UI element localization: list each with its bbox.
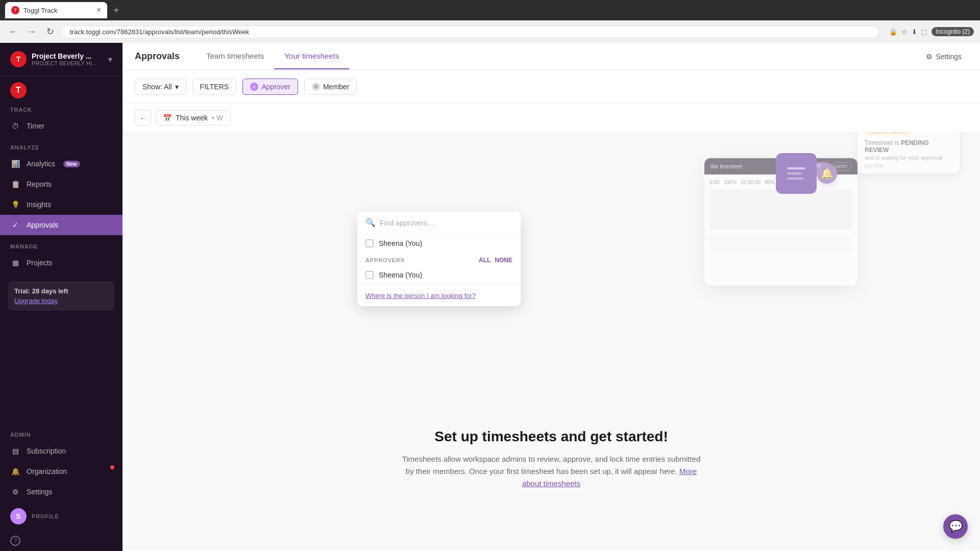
app-container: T Project Beverly ... PROJECT BEVERLY HI… [0,43,980,551]
admin-section-label: ADMIN [0,423,122,441]
profile-label: PROFILE [32,513,59,519]
reports-label: Reports [27,180,52,188]
sidebar-item-timer[interactable]: ⏱ Timer [0,116,122,136]
approver-label: Approver [261,83,290,91]
member-button[interactable]: M Member [304,79,357,95]
workspace-header[interactable]: T Project Beverly ... PROJECT BEVERLY HI… [0,43,122,76]
topbar-tabs: Team timesheets Your timesheets [196,43,349,69]
approver-name: Sheena (You) [379,271,422,279]
browser-titlebar: T Toggl Track × + [0,0,980,20]
analytics-icon: 📊 [10,159,20,169]
filter-bar: Show: All ▾ FILTERS A Approver M Member [122,70,980,104]
approver-button[interactable]: A Approver [242,79,298,95]
show-button[interactable]: Show: All ▾ [135,79,186,95]
pending-badge: PENDING REVIEW [865,133,911,135]
week-display[interactable]: 📅 This week • W [155,110,231,126]
dropdown-user-item[interactable]: Sheena (You) [357,234,521,253]
browser-actions: 🔒 ☆ ⬇ ⬚ Incognito (2) [889,27,974,36]
address-bar[interactable]: track.toggl.com/7862831/approvals/list/t… [61,26,879,38]
filters-label: FILTERS [200,83,229,91]
analytics-new-badge: New [63,161,80,167]
workspace-info: Project Beverly ... PROJECT BEVERLY HI..… [32,52,96,66]
toggl-logo: T [10,82,27,98]
profile-item[interactable]: S PROFILE [0,502,122,531]
main-content: Approvals Team timesheets Your timesheet… [122,43,980,551]
filters-button[interactable]: FILTERS [192,79,237,95]
approver-search-input[interactable] [380,219,512,227]
analyze-section-label: ANALYZE [0,136,122,154]
user-name: Sheena (You) [379,239,422,247]
sidebar-item-help[interactable]: ? [0,531,122,551]
notification-text: Timesheet is [865,139,901,146]
show-chevron-icon: ▾ [175,83,179,91]
tab-team-timesheets[interactable]: Team timesheets [196,43,274,69]
calendar-icon: 📅 [163,114,172,122]
projects-label: Projects [27,259,53,267]
settings-button[interactable]: ⚙ Settings [920,48,968,65]
sidebar-settings-icon: ⚙ [10,487,20,497]
bell-notification-icon: 🔔 [817,163,837,184]
tab-your-timesheets[interactable]: Your timesheets [274,43,349,69]
organization-label: Organization [27,467,67,475]
upgrade-link[interactable]: Upgrade today [14,297,58,305]
settings-gear-icon: ⚙ [926,53,933,61]
sidebar-item-insights[interactable]: 💡 Insights [0,194,122,215]
week-suffix: • W [212,114,223,122]
chat-button[interactable]: 💬 [943,514,968,539]
cta-description: Timesheets allow workspace admins to rev… [398,453,704,490]
sidebar-item-approvals[interactable]: ✓ Approvals [0,215,122,235]
sidebar: T Project Beverly ... PROJECT BEVERLY HI… [0,43,122,551]
help-icon: ? [10,536,20,546]
week-label: This week [176,114,208,122]
none-action[interactable]: NONE [495,257,512,264]
avatar: S [10,508,27,524]
sidebar-item-organization[interactable]: 🔔 Organization [0,461,122,482]
forward-button[interactable]: → [24,24,39,39]
devices-icon[interactable]: ⬚ [921,28,927,36]
list-preview-card [776,153,817,194]
browser-tab[interactable]: T Toggl Track × [5,2,107,18]
dropdown-footer: Where is the person I am looking for? [357,284,521,306]
notification-time: just now [865,163,952,168]
find-person-link[interactable]: Where is the person I am looking for? [365,292,476,299]
content-area: illar timesheet APPROVE DENY 0:00100%32:… [122,133,980,551]
reload-button[interactable]: ↻ [43,24,57,39]
address-text: track.toggl.com/7862831/approvals/list/t… [70,28,249,36]
workspace-chevron-icon: ▾ [108,55,112,64]
topbar: Approvals Team timesheets Your timesheet… [122,43,980,70]
approvers-label: APPROVERS [365,257,405,263]
browser-controls: ← → ↻ track.toggl.com/7862831/approvals/… [0,20,980,43]
tab-close-button[interactable]: × [96,6,101,15]
approver-dropdown: 🔍 Sheena (You) APPROVERS ALL NONE [357,212,521,306]
approvals-icon: ✓ [10,220,20,230]
notification-dot [110,465,114,469]
new-tab-button[interactable]: + [113,5,119,16]
approver-icon: A [250,83,258,91]
sidebar-item-settings[interactable]: ⚙ Settings [0,482,122,502]
sidebar-item-subscription[interactable]: ▤ Subscription [0,441,122,461]
week-selector: ← 📅 This week • W [122,104,980,133]
subscription-label: Subscription [27,447,66,455]
sidebar-item-projects[interactable]: ▦ Projects [0,253,122,273]
track-section-label: TRACK [0,98,122,116]
download-icon[interactable]: ⬇ [912,28,917,36]
show-label: Show: All [142,83,172,91]
sidebar-item-analytics[interactable]: 📊 Analytics New [0,154,122,174]
approver-checkbox[interactable] [365,271,374,279]
all-action[interactable]: ALL [479,257,491,264]
extension-icon[interactable]: 🔒 [889,28,897,36]
member-label: Member [323,83,349,91]
manage-section-label: MANAGE [0,235,122,253]
dropdown-actions: ALL NONE [479,257,512,264]
sidebar-item-reports[interactable]: 📋 Reports [0,174,122,194]
back-button[interactable]: ← [6,24,20,39]
bookmark-icon[interactable]: ☆ [901,28,908,36]
approvals-label: Approvals [27,221,58,229]
approvers-section-header: APPROVERS ALL NONE [357,253,521,266]
dropdown-approver-item[interactable]: Sheena (You) [357,266,521,284]
notification-subtext: and is waiting for your approval [865,155,952,161]
user-checkbox[interactable] [365,239,374,247]
analytics-label: Analytics [27,160,55,168]
timer-icon: ⏱ [10,121,20,131]
prev-week-button[interactable]: ← [135,110,151,126]
